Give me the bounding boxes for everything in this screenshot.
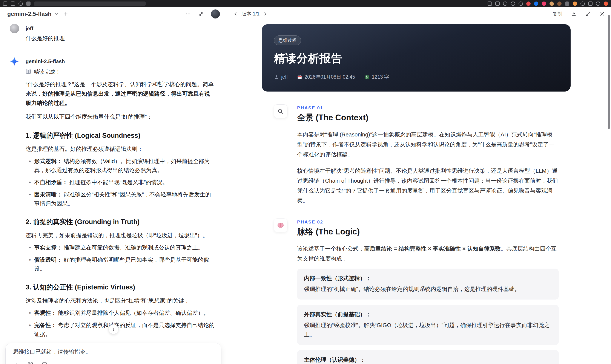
list-item: 不自相矛盾： 推理链条中不能出现“既是又非”的情况。 [26, 178, 215, 187]
chat-input[interactable] [13, 349, 214, 355]
person-icon [274, 75, 279, 80]
version-label: 版本 1/1 [241, 11, 260, 17]
phase-section-1: PHASE 01 全景 (The Context) 本内容是对“推理 (Reas… [274, 104, 559, 206]
camera-icon[interactable] [511, 1, 515, 6]
phase2-label: PHASE 02 [297, 219, 559, 224]
compose-icon[interactable] [26, 1, 30, 6]
list-item: 假设透明： 好的推理会明确指明哪些是已知事实，哪些是基于可能的假设。 [26, 255, 215, 273]
gear-icon[interactable] [518, 1, 523, 6]
window-icon[interactable] [3, 1, 7, 6]
add-attachment-button[interactable] [13, 362, 19, 364]
red-extension-icon[interactable] [526, 1, 531, 6]
report-hero-card: 思维过程 精读分析报告 jeff 2026年01月08日 02:45 [262, 24, 571, 91]
assistant-paragraph: “什么是好的推理？”这是一个涉及逻辑学、认知科学和哲学核心的问题。简单来说，好的… [26, 80, 215, 108]
new-chat-button[interactable] [63, 11, 68, 16]
puzzle-icon[interactable] [565, 1, 569, 6]
phase-section-2: PHASE 02 脉络 (The Logic) 该论述基于一个核心公式：高质量结… [274, 219, 559, 364]
apps-icon[interactable] [27, 362, 34, 364]
tan-extension-icon[interactable] [549, 1, 554, 6]
report-word-count: 1213 字 [365, 74, 389, 80]
section-heading: 2. 前提的真实性 (Grounding in Truth) [26, 218, 215, 226]
report-title: 精读分析报告 [274, 51, 558, 66]
report-date-text: 2026年01月08日 02:45 [305, 74, 355, 80]
assistant-name: gemini-2.5-flash [26, 57, 215, 66]
assistant-message-body: gemini-2.5-flash 精读完成！ “什么是好的推理？”这是一个涉及逻… [26, 57, 215, 364]
chevron-left-icon[interactable] [233, 11, 238, 16]
counter-icon [365, 75, 370, 80]
fullscreen-icon[interactable] [585, 11, 591, 16]
bullet-term: 客观性： [34, 310, 56, 316]
sliders-icon[interactable] [198, 11, 204, 17]
assistant-paragraph: 这涉及推理者的心态和方法论，也是区分“杠精”和“思想家”的关键： [26, 296, 215, 306]
report-date: 2026年01月08日 02:45 [297, 74, 355, 80]
account-avatar[interactable] [211, 10, 220, 18]
chat-header: gemini-2.5-flash [0, 7, 227, 21]
chat-header-actions [185, 10, 220, 18]
settings-icon[interactable] [581, 1, 585, 6]
scrollbar-thumb[interactable] [608, 15, 610, 129]
phase1-label: PHASE 01 [297, 105, 559, 110]
phase2-title: 脉络 (The Logic) [297, 226, 559, 237]
user-avatar [10, 24, 19, 33]
layout-icon[interactable] [11, 1, 15, 6]
menu-icon[interactable] [18, 1, 23, 6]
user-message: jeff 什么是好的推理 [0, 21, 227, 43]
browser-bar [0, 0, 611, 7]
scroll-to-bottom-button[interactable]: ↓ [108, 324, 119, 334]
calendar-icon [297, 75, 302, 80]
bullet-term: 完备性： [34, 322, 56, 328]
brain-icon [277, 222, 284, 229]
flame-extension-icon[interactable] [604, 1, 608, 6]
chevron-down-icon [54, 12, 58, 16]
orange-extension-icon[interactable] [573, 1, 577, 6]
brown-extension-icon[interactable] [557, 1, 561, 6]
search-icon[interactable] [503, 1, 507, 6]
assistant-paragraph: 这是推理的基石。好的推理必须遵循逻辑法则： [26, 144, 215, 154]
window2-icon[interactable] [588, 1, 593, 6]
assistant-message: gemini-2.5-flash 精读完成！ “什么是好的推理？”这是一个涉及逻… [0, 54, 227, 364]
phase1-title: 全景 (The Context) [297, 112, 559, 123]
bullet-term: 事实支撑： [34, 244, 62, 251]
chat-message-list[interactable]: jeff 什么是好的推理 [0, 21, 227, 364]
phase2-intro: 该论述基于一个核心公式：高质量结论 = 结构完整性 × 事实准确性 × 认知自律… [297, 244, 559, 264]
user-name: jeff [26, 24, 215, 33]
media-icon[interactable] [41, 362, 48, 364]
download-icon[interactable] [571, 11, 577, 16]
section-heading: 1. 逻辑的严密性 (Logical Soundness) [26, 131, 215, 140]
grid-icon[interactable] [596, 1, 600, 6]
phase1-paragraph: 本内容是对“推理 (Reasoning)”这一抽象概念的高层建模。在知识爆炸与人… [297, 130, 559, 159]
artifact-toolbar: 版本 1/1 复制 [227, 7, 611, 20]
bullet-desc: 能够识别并尽量排除个人偏见（如幸存者偏差、确认偏差）。 [56, 310, 209, 316]
facebook-extension-icon[interactable] [534, 1, 538, 6]
copy-button[interactable]: 复制 [553, 11, 562, 17]
report-meta: jeff 2026年01月08日 02:45 1213 字 [274, 74, 558, 80]
report-word-count-text: 1213 字 [372, 74, 389, 80]
browser-tab[interactable] [34, 1, 146, 6]
bullet-term: 不自相矛盾： [34, 179, 68, 185]
more-options-icon[interactable] [185, 11, 191, 17]
bullet-desc: 考虑了对立的观点和潜在的反证，而不是只选择支持自己结论的证据。 [34, 322, 214, 337]
artifact-document[interactable]: 思维过程 精读分析报告 jeff 2026年01月08日 02:45 [227, 20, 611, 364]
bullet-term: 因果清晰： [34, 191, 62, 198]
read-status: 精读完成！ [26, 68, 215, 75]
phase-sections: PHASE 01 全景 (The Context) 本内容是对“推理 (Reas… [262, 104, 571, 364]
section-heading: 3. 认知的公正性 (Epistemic Virtues) [26, 283, 215, 292]
user-message-text: 什么是好的推理 [26, 34, 215, 43]
bullet-term: 形式逻辑： [34, 158, 62, 164]
report-author-name: jeff [281, 74, 288, 80]
model-selector[interactable]: gemini-2.5-flash [7, 11, 58, 17]
chat-input-box [5, 343, 221, 364]
list-item: 客观性： 能够识别并尽量排除个人偏见（如幸存者偏差、确认偏差）。 [26, 308, 215, 317]
list-item: 因果清晰： 能准确区分“相关性”和“因果关系”，不会轻率地将先后发生的事情归为因… [26, 190, 215, 208]
book-icon [26, 69, 31, 75]
share-icon[interactable] [488, 1, 492, 6]
pink-extension-icon[interactable] [542, 1, 546, 6]
logic-card-title: 外部真实性（前提基础）： [304, 310, 552, 319]
logic-card-title: 内部一致性（形式逻辑）： [304, 274, 552, 283]
assistant-avatar [10, 57, 19, 364]
download-icon[interactable] [495, 1, 500, 6]
assistant-paragraph: 逻辑再完美，如果前提是错误的，推理也是垃圾（即“垃圾进，垃圾出”）。 [26, 231, 215, 240]
close-icon[interactable] [599, 11, 605, 16]
chat-panel: gemini-2.5-flash [0, 7, 227, 364]
chevron-right-icon[interactable] [263, 11, 268, 16]
